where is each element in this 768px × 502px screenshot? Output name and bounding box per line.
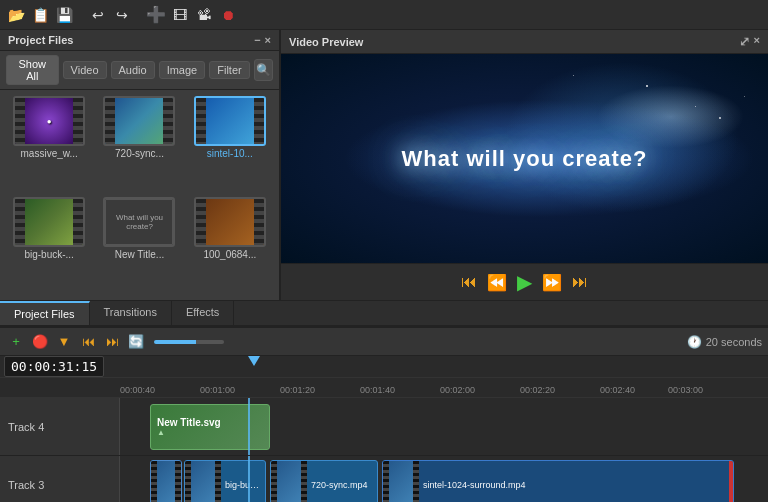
project-files-panel: Project Files − × Show All Video Audio I…: [0, 30, 280, 300]
ruler-marks-container: 00:00:40 00:01:00 00:01:20 00:01:40 00:0…: [120, 378, 768, 397]
preview-header: Video Preview ⤢ ×: [281, 30, 768, 54]
filter-bar: Show All Video Audio Image Filter 🔍: [0, 51, 279, 90]
rewind-button[interactable]: ⏪: [487, 273, 507, 292]
file-name: sintel-10...: [207, 148, 253, 159]
tab-effects[interactable]: Effects: [172, 301, 234, 325]
skip-to-end-button[interactable]: ⏭: [572, 273, 588, 291]
track-row-4: Track 4 New Title.svg ▲: [0, 398, 768, 456]
clip-name: sintel-1024-surround.mp4: [419, 480, 733, 490]
ruler-timecode-area: 00:00:31:15 00:00:40 00:01:00 00:01:20 0…: [0, 356, 768, 398]
ruler-tick: 00:02:20: [520, 385, 555, 395]
list-item[interactable]: 100_0684...: [187, 197, 273, 294]
clip-end-marker: [729, 461, 733, 502]
file-name: massive_w...: [21, 148, 78, 159]
loop-button[interactable]: 🔄: [126, 333, 146, 351]
clip-thumb-small: [151, 461, 181, 502]
title-clip[interactable]: New Title.svg ▲: [150, 404, 270, 450]
ruler-tick: 00:02:00: [440, 385, 475, 395]
track-4-label: Track 4: [0, 398, 120, 455]
timecode-row: 00:00:31:15: [0, 356, 768, 378]
list-item[interactable]: sintel-10...: [187, 96, 273, 193]
video-icon[interactable]: 🎞: [170, 5, 190, 25]
tab-transitions[interactable]: Transitions: [90, 301, 172, 325]
skip-back-button[interactable]: ⏮: [78, 333, 98, 351]
dropdown-button[interactable]: ▼: [54, 333, 74, 351]
clip-sintel[interactable]: sintel-1024-surround.mp4: [382, 460, 734, 502]
add-icon[interactable]: ➕: [146, 5, 166, 25]
list-item[interactable]: ● massive_w...: [6, 96, 92, 193]
track-row-3: Track 3 big-buck- 720-sync.mp4: [0, 456, 768, 502]
preview-controls: ⏮ ⏪ ▶ ⏩ ⏭: [281, 263, 768, 300]
tab-project-files[interactable]: Project Files: [0, 301, 90, 325]
ruler-tick: 00:01:00: [200, 385, 235, 395]
close-panel-icon[interactable]: ×: [265, 34, 271, 46]
zoom-label-text: 20 seconds: [706, 336, 762, 348]
title-preview-text: What will you create?: [106, 211, 172, 233]
panel-header: Project Files − ×: [0, 30, 279, 51]
video-preview-panel: Video Preview ⤢ × What will you create? …: [280, 30, 768, 300]
clip-name: 720-sync.mp4: [307, 480, 377, 490]
ruler-tick: 00:01:40: [360, 385, 395, 395]
close-preview-icon[interactable]: ×: [754, 34, 760, 49]
clock-icon: 🕐: [687, 335, 702, 349]
filter-search-icon[interactable]: 🔍: [254, 59, 273, 81]
preview-content-text: What will you create?: [402, 146, 648, 172]
zoom-slider[interactable]: [154, 340, 224, 344]
list-item[interactable]: big-buck-...: [6, 197, 92, 294]
title-clip-inner: New Title.svg ▲: [157, 417, 221, 437]
clip-big-buck[interactable]: big-buck-: [184, 460, 266, 502]
track-4-content: New Title.svg ▲: [120, 398, 768, 455]
filter-filter[interactable]: Filter: [209, 61, 249, 79]
timeline: + 🔴 ▼ ⏮ ⏭ 🔄 🕐 20 seconds 00:00:31:15 00:…: [0, 326, 768, 502]
add-track-button[interactable]: +: [6, 333, 26, 351]
expand-preview-icon[interactable]: ⤢: [739, 34, 750, 49]
clip-small[interactable]: [150, 460, 182, 502]
panel-title: Project Files: [8, 34, 73, 46]
tracks-area: Track 4 New Title.svg ▲ Track 3: [0, 398, 768, 502]
timeline-ruler: 00:00:40 00:01:00 00:01:20 00:01:40 00:0…: [0, 378, 768, 398]
ruler-tick: 00:02:40: [600, 385, 635, 395]
filter-image[interactable]: Image: [159, 61, 206, 79]
remove-track-button[interactable]: 🔴: [30, 333, 50, 351]
save-icon[interactable]: 💾: [54, 5, 74, 25]
file-name: 720-sync...: [115, 148, 164, 159]
ruler-tick: 00:00:40: [120, 385, 155, 395]
ruler-tick: 00:03:00: [668, 385, 703, 395]
playhead-marker: [248, 356, 260, 377]
skip-forward-button[interactable]: ⏭: [102, 333, 122, 351]
minimize-icon[interactable]: −: [254, 34, 260, 46]
preview-title: Video Preview: [289, 36, 363, 48]
thumb-label: ●: [47, 117, 52, 126]
zoom-seconds-label: 🕐 20 seconds: [687, 335, 762, 349]
list-item[interactable]: 720-sync...: [96, 96, 182, 193]
clip-film-thumb: [185, 461, 221, 502]
timecode-display: 00:00:31:15: [4, 356, 104, 377]
track-3-content: big-buck- 720-sync.mp4 sintel-1024-surro…: [120, 456, 768, 502]
tab-bar: Project Files Transitions Effects: [0, 300, 768, 326]
fast-forward-button[interactable]: ⏩: [542, 273, 562, 292]
new-icon[interactable]: 📋: [30, 5, 50, 25]
record-icon[interactable]: ⏺: [218, 5, 238, 25]
list-item[interactable]: What will you create? New Title...: [96, 197, 182, 294]
filter-audio[interactable]: Audio: [111, 61, 155, 79]
file-name: 100_0684...: [203, 249, 256, 260]
main-area: Project Files − × Show All Video Audio I…: [0, 30, 768, 300]
clip-name: New Title.svg: [157, 417, 221, 428]
redo-icon[interactable]: ↪: [112, 5, 132, 25]
timeline-toolbar: + 🔴 ▼ ⏮ ⏭ 🔄 🕐 20 seconds: [0, 328, 768, 356]
project-icon[interactable]: 📽: [194, 5, 214, 25]
clip-720-sync[interactable]: 720-sync.mp4: [270, 460, 378, 502]
track-3-label: Track 3: [0, 456, 120, 502]
skip-to-start-button[interactable]: ⏮: [461, 273, 477, 291]
filter-show-all[interactable]: Show All: [6, 55, 59, 85]
undo-icon[interactable]: ↩: [88, 5, 108, 25]
ruler-tick: 00:01:20: [280, 385, 315, 395]
file-grid: ● massive_w... 720-sync... sintel-10...: [0, 90, 279, 300]
main-toolbar: 📂 📋 💾 ↩ ↪ ➕ 🎞 📽 ⏺: [0, 0, 768, 30]
panel-header-icons: − ×: [254, 34, 271, 46]
play-button[interactable]: ▶: [517, 270, 532, 294]
filter-video[interactable]: Video: [63, 61, 107, 79]
file-name: New Title...: [115, 249, 164, 260]
open-icon[interactable]: 📂: [6, 5, 26, 25]
clip-name: big-buck-: [221, 480, 265, 490]
